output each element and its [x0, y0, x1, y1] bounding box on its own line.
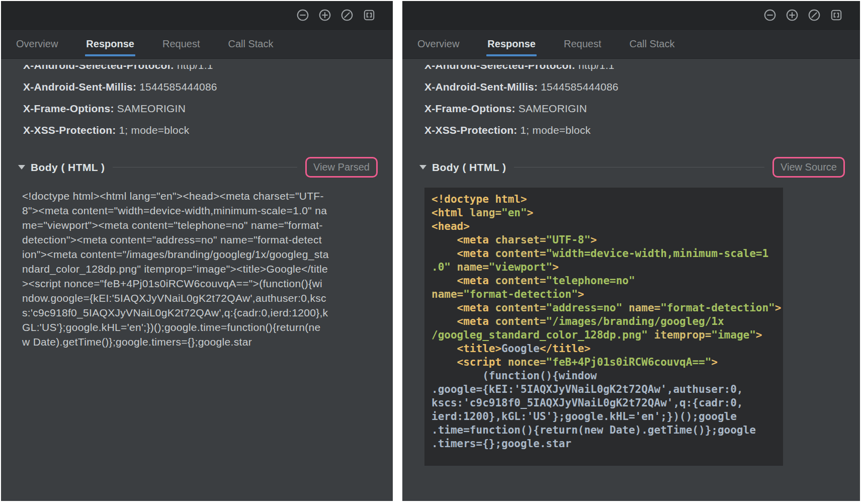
header-value: 1544585444086: [139, 81, 217, 93]
body-text-line: detection"><meta content="address=no" na…: [22, 232, 378, 247]
response-content: X-Android-Selected-Protocol: http/1.1 X-…: [1, 59, 393, 501]
header-row: X-Frame-Options: SAMEORIGIN: [424, 102, 845, 115]
header-row: X-Android-Selected-Protocol: http/1.1: [23, 65, 378, 72]
tab-call-stack[interactable]: Call Stack: [629, 30, 674, 58]
body-text-line: <!doctype html><html lang="en"><head><me…: [22, 189, 378, 203]
body-text-line: me="viewport"><meta content="telephone=n…: [22, 218, 378, 232]
body-text-line: ndow.google={kEI:'5IAQXJyVNaiL0gK2t72QAw…: [22, 291, 378, 305]
header-name: X-Android-Selected-Protocol:: [23, 65, 174, 71]
source-code-line: /googleg_standard_color_128dp.png" itemp…: [432, 328, 776, 342]
header-name: X-Frame-Options:: [23, 103, 114, 114]
tab-bar: Overview Response Request Call Stack: [1, 30, 393, 59]
body-text-line: w Date).getTime()};google.timers={};goog…: [22, 334, 378, 349]
header-name: X-Frame-Options:: [424, 103, 515, 114]
source-code-line: (function(){window: [432, 369, 776, 383]
profiler-toolbar: [1, 1, 393, 30]
reset-zoom-icon[interactable]: [340, 9, 354, 22]
header-row: X-Frame-Options: SAMEORIGIN: [23, 102, 378, 115]
source-code-line: <meta content="width=device-width,minimu…: [432, 247, 776, 261]
header-row: X-Android-Selected-Protocol: http/1.1: [424, 65, 845, 72]
tab-response[interactable]: Response: [487, 30, 536, 58]
header-value: SAMEORIGIN: [519, 103, 587, 114]
zoom-in-icon[interactable]: [318, 9, 331, 22]
header-row: X-Android-Sent-Millis: 1544585444086: [424, 80, 845, 94]
parsed-body-text: <!doctype html><html lang="en"><head><me…: [16, 189, 378, 349]
network-inspector-comparison: Overview Response Request Call Stack X-A…: [0, 0, 861, 502]
header-name: X-XSS-Protection:: [424, 124, 517, 136]
source-code-line: <meta charset="UTF-8">: [432, 233, 776, 247]
view-parsed-button[interactable]: View Parsed: [305, 157, 378, 178]
body-text-line: ><script nonce="feB+4Pj01s0iRCW6couvqA==…: [22, 276, 378, 291]
response-panel-source: Overview Response Request Call Stack X-A…: [402, 1, 860, 501]
source-code-line: ierd:1200},kGL:'US'};google.kHL='en';})(…: [432, 410, 776, 424]
source-code-line: .0" name="viewport">: [432, 261, 776, 274]
source-code-block: <!doctype html><html lang="en"><head> <m…: [424, 188, 783, 466]
tab-response[interactable]: Response: [86, 30, 134, 58]
source-code-line: <html lang="en">: [432, 206, 776, 220]
header-value: http/1.1: [177, 65, 213, 71]
header-row: X-Android-Sent-Millis: 1544585444086: [23, 80, 378, 94]
source-code-line: .google={kEI:'5IAQXJyVNaiL0gK2t72QAw',au…: [432, 383, 776, 396]
source-code-line: <meta content="address=no" name="format-…: [432, 301, 776, 315]
body-text-line: 8"><meta content="width=device-width,min…: [22, 203, 378, 218]
source-code-line: <title>Google</title>: [432, 342, 776, 356]
header-value: 1; mode=block: [520, 124, 590, 136]
header-value: 1; mode=block: [119, 124, 189, 136]
body-text-line: s:'c9c918f0_5IAQXJyVNaiL0gK2t72QAw',q:{c…: [22, 305, 378, 320]
tab-call-stack[interactable]: Call Stack: [228, 30, 273, 58]
header-name: X-Android-Sent-Millis:: [424, 81, 538, 93]
header-row: X-XSS-Protection: 1; mode=block: [23, 123, 378, 137]
view-source-button[interactable]: View Source: [772, 157, 845, 178]
header-row: X-XSS-Protection: 1; mode=block: [424, 123, 845, 137]
body-section-label: Body ( HTML ): [31, 161, 105, 174]
zoom-in-icon[interactable]: [786, 9, 799, 22]
tab-overview[interactable]: Overview: [417, 30, 459, 58]
response-panel-parsed: Overview Response Request Call Stack X-A…: [1, 1, 393, 501]
reset-zoom-icon[interactable]: [808, 9, 821, 22]
zoom-to-fit-icon[interactable]: [830, 9, 843, 22]
profiler-toolbar: [402, 1, 860, 30]
source-code-line: .timers={};google.star: [432, 437, 776, 451]
body-section-label: Body ( HTML ): [432, 161, 506, 174]
tab-request[interactable]: Request: [564, 30, 601, 58]
header-name: X-Android-Sent-Millis:: [23, 81, 136, 93]
source-code-line: <meta content="telephone=no": [432, 274, 776, 288]
section-divider: [113, 167, 297, 167]
tab-overview[interactable]: Overview: [16, 30, 58, 58]
body-text-line: GL:'US'};google.kHL='en';})();google.tim…: [22, 320, 378, 334]
body-text-line: ndard_color_128dp.png" itemprop="image">…: [22, 262, 378, 276]
zoom-out-icon[interactable]: [763, 9, 777, 22]
source-code-line: kscs:'c9c918f0_5IAQXJyVNaiL0gK2t72QAw',q…: [432, 396, 776, 410]
body-text-line: ion"><meta content="/images/branding/goo…: [22, 247, 378, 262]
zoom-to-fit-icon[interactable]: [363, 9, 376, 22]
source-code-line: <meta content="/images/branding/googleg/…: [432, 315, 776, 328]
zoom-out-icon[interactable]: [296, 9, 309, 22]
source-code-line: <head>: [432, 220, 776, 233]
response-content: X-Android-Selected-Protocol: http/1.1 X-…: [402, 59, 860, 501]
body-section-header: Body ( HTML ) View Parsed: [16, 157, 378, 178]
collapse-arrow-icon[interactable]: [419, 165, 426, 170]
source-code-line: name="format-detection">: [432, 288, 776, 301]
header-name: X-Android-Selected-Protocol:: [424, 65, 575, 71]
source-code-line: <script nonce="feB+4Pj01s0iRCW6couvqA=="…: [432, 356, 776, 369]
tab-request[interactable]: Request: [162, 30, 200, 58]
source-code-line: <!doctype html>: [432, 193, 776, 206]
response-headers-list: X-Android-Selected-Protocol: http/1.1 X-…: [417, 65, 845, 145]
body-section-header: Body ( HTML ) View Source: [417, 157, 845, 178]
source-code-line: .time=function(){return(new Date).getTim…: [432, 424, 776, 437]
header-value: http/1.1: [578, 65, 615, 71]
response-headers-list: X-Android-Selected-Protocol: http/1.1 X-…: [16, 65, 378, 145]
header-value: 1544585444086: [541, 81, 619, 93]
header-value: SAMEORIGIN: [117, 103, 186, 114]
header-name: X-XSS-Protection:: [23, 124, 116, 136]
section-divider: [514, 167, 764, 167]
collapse-arrow-icon[interactable]: [18, 165, 25, 170]
tab-bar: Overview Response Request Call Stack: [402, 30, 860, 59]
